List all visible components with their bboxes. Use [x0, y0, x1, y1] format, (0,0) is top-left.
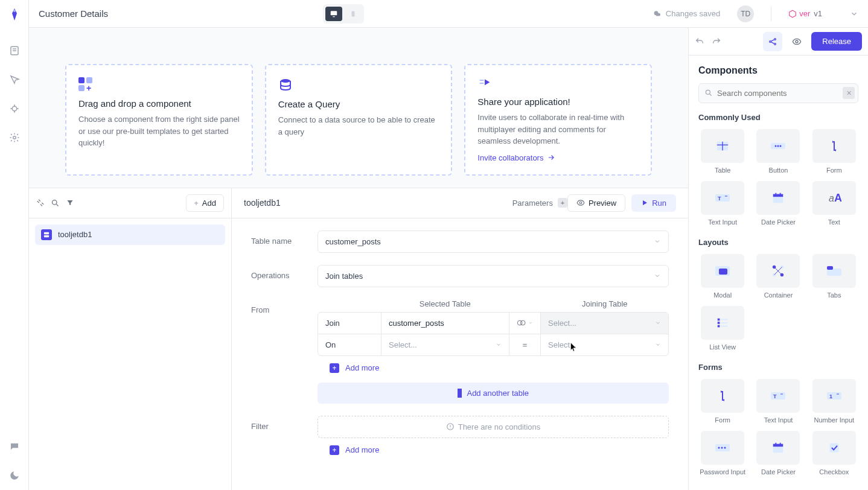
hero-card-drag: + Drag and drop a component Choose a com…: [65, 64, 253, 176]
svg-point-31: [796, 40, 798, 43]
joining-table-select[interactable]: Select...: [541, 313, 668, 334]
invite-collaborators-link[interactable]: Invite collaborators: [477, 153, 555, 162]
plus-icon: +: [330, 445, 339, 455]
joining-table-header: Joining Table: [541, 299, 669, 308]
clear-search-button[interactable]: ✕: [843, 87, 855, 99]
desktop-device-button[interactable]: [325, 7, 342, 21]
svg-point-9: [13, 136, 16, 139]
add-more-filter-button[interactable]: + Add more: [318, 445, 669, 455]
search-input[interactable]: [698, 83, 858, 103]
component-table[interactable]: Table: [698, 129, 747, 174]
hero-title: Drag and drop a component: [78, 98, 240, 109]
on-operator[interactable]: =: [509, 334, 541, 355]
inspect-icon[interactable]: [7, 72, 22, 87]
add-parameter-button[interactable]: +: [558, 198, 567, 208]
hero-title: Create a Query: [278, 99, 439, 109]
svg-point-25: [450, 428, 450, 428]
component-date-picker2[interactable]: Date Picker: [754, 431, 802, 476]
add-another-table-button[interactable]: + Add another table: [318, 383, 669, 404]
topbar: Customer Details Changes saved TD ver: [29, 0, 868, 28]
table-name-select[interactable]: customer_posts: [318, 231, 669, 253]
parameters-row: Parameters +: [512, 198, 567, 208]
logo-icon[interactable]: [7, 7, 22, 22]
component-text[interactable]: aA Text: [810, 181, 858, 226]
component-date-picker[interactable]: Date Picker: [754, 181, 802, 226]
chat-icon[interactable]: [7, 439, 22, 454]
mobile-device-button[interactable]: [345, 7, 362, 21]
component-checkbox[interactable]: Checkbox: [810, 431, 858, 476]
release-button[interactable]: Release: [811, 32, 862, 51]
svg-rect-46: [773, 194, 783, 197]
preview-eye-button[interactable]: [787, 32, 806, 51]
component-password-input[interactable]: Password Input: [698, 431, 747, 476]
settings-icon[interactable]: [7, 130, 22, 145]
on-right-select[interactable]: Select...: [541, 334, 668, 355]
component-modal[interactable]: Modal: [698, 254, 747, 299]
component-form2[interactable]: Form: [698, 379, 747, 424]
version-selector[interactable]: ver v1: [788, 9, 858, 18]
svg-point-76: [721, 447, 723, 449]
component-text-input2[interactable]: T Text Input: [754, 379, 802, 424]
text-input-icon: T: [701, 181, 744, 215]
button-icon: [756, 129, 800, 163]
filter-empty-state: There are no conditions: [318, 416, 669, 438]
svg-rect-52: [719, 269, 727, 275]
component-text-input[interactable]: T Text Input: [698, 181, 747, 226]
component-container[interactable]: Container: [754, 254, 802, 299]
hero-desc: Choose a component from the right side p…: [78, 113, 240, 149]
chevron-down-icon: [654, 238, 661, 245]
query-item[interactable]: tooljetdb1: [35, 224, 225, 245]
avatar[interactable]: TD: [737, 5, 754, 22]
svg-rect-10: [331, 11, 337, 15]
selected-table-header: Selected Table: [381, 299, 509, 308]
theme-icon[interactable]: [7, 468, 22, 483]
svg-text:T: T: [773, 393, 777, 399]
run-button[interactable]: Run: [631, 194, 676, 212]
container-icon: [756, 254, 800, 288]
hero-card-share: Share your application! Invite users to …: [464, 64, 652, 176]
selected-table-cell: customer_posts: [381, 313, 509, 334]
svg-text:A: A: [834, 192, 841, 204]
component-tabs[interactable]: Tabs: [810, 254, 858, 299]
redo-button[interactable]: [712, 37, 721, 46]
add-query-button[interactable]: + Add: [186, 194, 224, 212]
form-icon: [812, 129, 856, 163]
query-title: tooljetdb1: [244, 198, 281, 208]
checkbox-icon: [812, 431, 856, 465]
on-left-select[interactable]: Select...: [381, 334, 509, 355]
svg-rect-64: [721, 322, 727, 323]
section-layouts: Layouts: [698, 238, 858, 247]
table-icon: [701, 129, 744, 163]
collapse-icon[interactable]: [36, 199, 45, 207]
divider: [771, 7, 771, 21]
component-list-view[interactable]: List View: [698, 306, 747, 351]
filter-label: Filter: [251, 416, 318, 431]
search-icon[interactable]: [51, 199, 60, 208]
component-form[interactable]: Form: [810, 129, 858, 174]
operations-select[interactable]: Join tables: [318, 265, 669, 287]
svg-rect-19: [44, 235, 49, 237]
svg-point-26: [770, 40, 771, 42]
component-number-input[interactable]: 1 Number Input: [810, 379, 858, 424]
svg-rect-60: [827, 266, 833, 270]
component-button[interactable]: Button: [754, 129, 802, 174]
svg-rect-61: [718, 319, 720, 321]
right-panel: Release Components ✕ Commonly Used: [688, 28, 868, 490]
pages-icon[interactable]: [7, 43, 22, 58]
hero-desc: Connect to a data source to be able to c…: [278, 114, 439, 138]
undo-button[interactable]: [695, 37, 704, 46]
preview-button[interactable]: Preview: [567, 194, 625, 212]
page-title: Customer Details: [39, 8, 108, 19]
modal-icon: [701, 254, 744, 288]
share-button[interactable]: [763, 32, 782, 51]
operations-label: Operations: [251, 265, 318, 280]
join-type-select[interactable]: [509, 313, 541, 334]
add-more-join-button[interactable]: + Add more: [318, 363, 669, 373]
svg-point-39: [777, 145, 779, 147]
left-rail: [0, 0, 29, 490]
debug-icon[interactable]: [7, 101, 22, 116]
svg-line-29: [771, 39, 774, 41]
filter-icon[interactable]: [66, 199, 74, 207]
svg-point-0: [13, 10, 16, 12]
chevron-down-icon: [654, 272, 661, 279]
